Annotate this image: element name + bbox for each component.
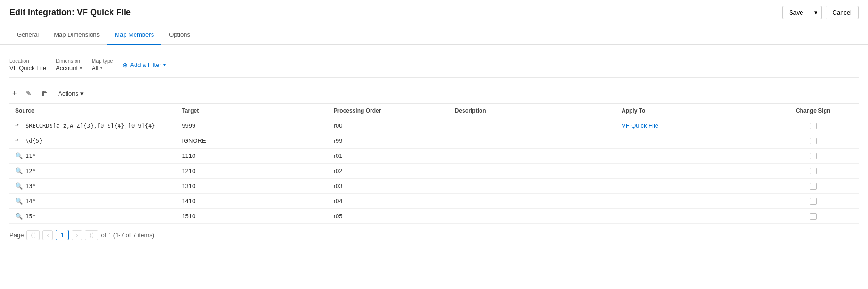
- table-row[interactable]: 🔍11*1110r01: [9, 149, 859, 164]
- col-header-change-sign: Change Sign: [767, 104, 859, 118]
- table-row[interactable]: 🔍12*1210r02: [9, 164, 859, 179]
- add-button[interactable]: +: [9, 87, 19, 99]
- members-table: Source Target Processing Order Descripti…: [9, 104, 859, 224]
- tab-bar: General Map Dimensions Map Members Optio…: [0, 25, 868, 45]
- map-type-value: All: [92, 65, 98, 72]
- description-cell: [449, 209, 616, 224]
- tab-options[interactable]: Options: [161, 25, 198, 45]
- last-page-button[interactable]: ⟩⟩: [85, 230, 98, 240]
- change-sign-checkbox[interactable]: [810, 183, 817, 190]
- change-sign-cell: [767, 179, 859, 194]
- map-type-filter: Map type All ▾: [92, 58, 113, 72]
- source-value: 12*: [25, 168, 36, 174]
- dimension-value: Account: [56, 65, 78, 72]
- target-cell: 1410: [176, 194, 328, 209]
- save-dropdown-button[interactable]: ▾: [810, 6, 822, 19]
- apply-to-cell: [616, 194, 767, 209]
- table-row[interactable]: ·*$RECORD$[a-z,A-Z]{3},[0-9]{4},[0-9]{4}…: [9, 118, 859, 133]
- first-page-button[interactable]: ⟨⟨: [26, 230, 40, 240]
- target-cell: 1110: [176, 149, 328, 164]
- processing-order-cell: r99: [328, 133, 449, 149]
- apply-to-cell[interactable]: VF Quick File: [616, 118, 767, 133]
- chevron-down-icon: ▾: [814, 9, 817, 16]
- table-row[interactable]: 🔍15*1510r05: [9, 209, 859, 224]
- processing-order-cell: r03: [328, 179, 449, 194]
- change-sign-checkbox[interactable]: [810, 198, 817, 205]
- processing-order-cell: r02: [328, 164, 449, 179]
- description-cell: [449, 149, 616, 164]
- col-header-processing-order: Processing Order: [328, 104, 449, 118]
- change-sign-checkbox[interactable]: [810, 168, 817, 174]
- change-sign-checkbox[interactable]: [810, 123, 817, 129]
- target-cell: 1310: [176, 179, 328, 194]
- apply-to-cell: [616, 164, 767, 179]
- apply-to-link[interactable]: VF Quick File: [622, 122, 658, 129]
- current-page[interactable]: 1: [56, 230, 69, 240]
- dimension-select[interactable]: Account ▾: [56, 65, 82, 72]
- location-label: Location: [9, 58, 46, 64]
- plus-circle-icon: ⊕: [122, 61, 128, 69]
- tab-map-dimensions[interactable]: Map Dimensions: [46, 25, 107, 45]
- map-type-select[interactable]: All ▾: [92, 65, 113, 72]
- table-header-row: Source Target Processing Order Descripti…: [9, 104, 859, 118]
- table-row[interactable]: ·*\d{5}IGNOREr99: [9, 133, 859, 149]
- col-header-source: Source: [9, 104, 176, 118]
- processing-order-cell: r05: [328, 209, 449, 224]
- chevron-down-icon: ▾: [80, 90, 84, 97]
- edit-icon: ✎: [26, 90, 32, 97]
- source-cell: ·*\d{5}: [9, 133, 176, 149]
- delete-button[interactable]: 🗑: [38, 88, 51, 99]
- table-row[interactable]: 🔍13*1310r03: [9, 179, 859, 194]
- source-value: 15*: [25, 213, 36, 220]
- header-actions: Save ▾ Cancel: [782, 6, 859, 19]
- next-page-button[interactable]: ›: [72, 230, 82, 240]
- source-value: $RECORD$[a-z,A-Z]{3},[0-9]{4},[0-9]{4}: [25, 123, 155, 129]
- source-value: 11*: [25, 153, 36, 159]
- cancel-button[interactable]: Cancel: [826, 6, 859, 19]
- col-header-apply-to: Apply To: [616, 104, 767, 118]
- source-cell: 🔍12*: [9, 164, 176, 179]
- tab-general[interactable]: General: [9, 25, 46, 45]
- actions-button[interactable]: Actions ▾: [54, 88, 87, 99]
- regex-icon: ·*: [15, 123, 23, 129]
- change-sign-cell: [767, 149, 859, 164]
- change-sign-cell: [767, 209, 859, 224]
- save-button[interactable]: Save: [782, 6, 810, 19]
- search-icon: 🔍: [15, 182, 23, 190]
- source-cell: 🔍13*: [9, 179, 176, 194]
- edit-button[interactable]: ✎: [23, 88, 34, 99]
- change-sign-cell: [767, 194, 859, 209]
- change-sign-checkbox[interactable]: [810, 153, 817, 159]
- add-filter-button[interactable]: ⊕ Add a Filter ▾: [122, 59, 165, 71]
- source-cell: 🔍14*: [9, 194, 176, 209]
- apply-to-cell: [616, 149, 767, 164]
- add-filter-label: Add a Filter: [130, 61, 161, 68]
- description-cell: [449, 164, 616, 179]
- table-row[interactable]: 🔍14*1410r04: [9, 194, 859, 209]
- change-sign-checkbox[interactable]: [810, 138, 817, 144]
- change-sign-cell: [767, 164, 859, 179]
- dimension-filter: Dimension Account ▾: [56, 58, 82, 72]
- source-value: \d{5}: [25, 138, 42, 144]
- col-header-target: Target: [176, 104, 328, 118]
- source-cell: 🔍11*: [9, 149, 176, 164]
- change-sign-checkbox[interactable]: [810, 213, 817, 220]
- trash-icon: 🗑: [41, 90, 48, 97]
- chevron-down-icon: ▾: [100, 66, 102, 71]
- page-title: Edit Integration: VF Quick File: [9, 8, 131, 17]
- items-range: (1-7 of 7 items): [113, 231, 154, 239]
- col-header-description: Description: [449, 104, 616, 118]
- source-cell: 🔍15*: [9, 209, 176, 224]
- description-cell: [449, 133, 616, 149]
- target-cell: 1510: [176, 209, 328, 224]
- pagination: Page ⟨⟨ ‹ 1 › ⟩⟩ of 1 (1-7 of 7 items): [9, 224, 859, 246]
- chevron-down-icon: ▾: [163, 62, 166, 67]
- apply-to-cell: [616, 209, 767, 224]
- location-value: VF Quick File: [9, 65, 46, 72]
- processing-order-cell: r00: [328, 118, 449, 133]
- change-sign-cell: [767, 133, 859, 149]
- prev-page-button[interactable]: ‹: [42, 230, 53, 240]
- search-icon: 🔍: [15, 213, 23, 220]
- tab-map-members[interactable]: Map Members: [107, 25, 161, 45]
- page-total-label: of 1 (1-7 of 7 items): [101, 231, 154, 239]
